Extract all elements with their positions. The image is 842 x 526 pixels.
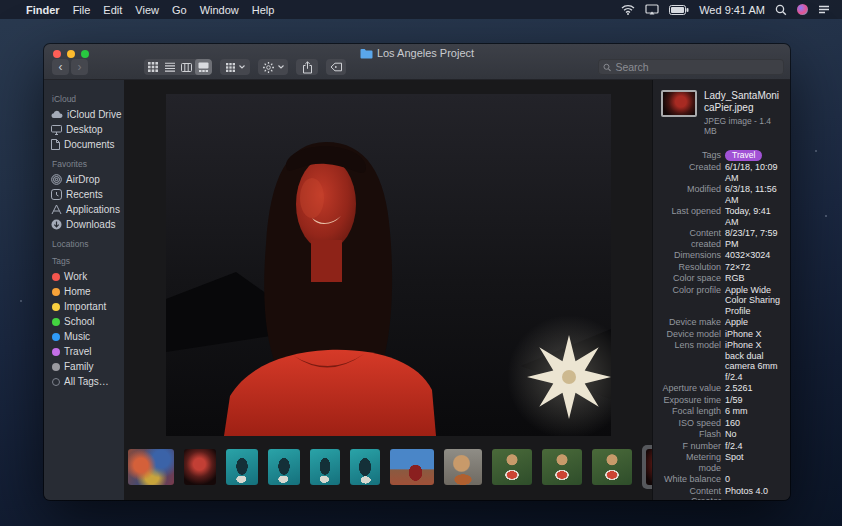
tag-label: All Tags… — [64, 376, 109, 387]
tag-label: Important — [64, 301, 106, 312]
toolbar: ‹ › — [50, 58, 784, 76]
metadata-row: Exposure time1/59 — [661, 395, 782, 406]
metadata-row: Dimensions4032×3024 — [661, 250, 782, 261]
menu-help[interactable]: Help — [252, 4, 275, 16]
metadata-value: Today, 9:41 AM — [725, 206, 782, 227]
desktop-icon — [51, 125, 62, 135]
menu-bar: Finder File Edit View Go Window Help Wed… — [0, 0, 842, 19]
gallery-view-button[interactable] — [195, 59, 212, 75]
metadata-label: Metering mode — [661, 452, 721, 473]
share-button[interactable] — [296, 59, 318, 75]
recents-icon — [51, 189, 62, 200]
thumbnail-2[interactable] — [184, 449, 216, 485]
sidebar-tag-all-tags[interactable]: All Tags… — [51, 374, 124, 389]
metadata-value: No — [725, 429, 782, 440]
thumbnail-8[interactable] — [444, 449, 482, 485]
menu-view[interactable]: View — [135, 4, 159, 16]
metadata-label: Tags — [661, 150, 721, 161]
battery-icon[interactable] — [669, 5, 689, 15]
sidebar-item-label: Documents — [64, 139, 115, 150]
thumbnail-9[interactable] — [492, 449, 532, 485]
forward-button[interactable]: › — [71, 59, 88, 75]
metadata-row: Created6/1/18, 10:09 AM — [661, 162, 782, 183]
list-view-button[interactable] — [161, 59, 178, 75]
metadata-value: RGB — [725, 273, 782, 284]
search-field[interactable] — [598, 59, 784, 75]
metadata-label: F number — [661, 441, 721, 452]
sidebar-tag-important[interactable]: Important — [51, 299, 124, 314]
search-icon — [603, 63, 611, 72]
title-bar[interactable]: Los Angeles Project ‹ › — [44, 44, 790, 80]
metadata-row: FlashNo — [661, 429, 782, 440]
applications-icon — [51, 204, 62, 215]
metadata-row: Device modeliPhone X — [661, 329, 782, 340]
tag-dot-outline — [52, 378, 60, 386]
preview-pane: Lady_SantaMonicaPier.jpeg JPEG image - 1… — [652, 80, 790, 500]
metadata-row: F numberf/2.4 — [661, 441, 782, 452]
metadata-value: 2.5261 — [725, 383, 782, 394]
menu-finder[interactable]: Finder — [26, 4, 60, 16]
metadata-label: White balance — [661, 474, 721, 485]
metadata-row: White balance0 — [661, 474, 782, 485]
menubar-clock[interactable]: Wed 9:41 AM — [699, 4, 765, 16]
menu-edit[interactable]: Edit — [103, 4, 122, 16]
siri-icon[interactable] — [797, 4, 808, 15]
sidebar-section-favorites: Favorites — [52, 159, 124, 169]
sidebar-tag-work[interactable]: Work — [51, 269, 124, 284]
screen-mirroring-icon[interactable] — [645, 4, 659, 15]
thumbnail-11[interactable] — [592, 449, 632, 485]
view-switcher — [144, 59, 212, 75]
sidebar-item-recents[interactable]: Recents — [51, 187, 124, 202]
column-view-button[interactable] — [178, 59, 195, 75]
tag-badge-travel[interactable]: Travel — [725, 150, 762, 161]
sidebar-item-downloads[interactable]: Downloads — [51, 217, 124, 232]
menu-window[interactable]: Window — [200, 4, 239, 16]
back-button[interactable]: ‹ — [52, 59, 69, 75]
metadata-value: 0 — [725, 474, 782, 485]
chevron-down-icon — [239, 65, 245, 69]
thumbnail-7[interactable] — [390, 449, 434, 485]
wifi-icon[interactable] — [621, 4, 635, 15]
metadata-label: Flash — [661, 429, 721, 440]
thumbnail-5[interactable] — [310, 449, 340, 485]
thumbnail-6[interactable] — [350, 449, 380, 485]
action-menu-button[interactable] — [258, 59, 288, 75]
group-by-button[interactable] — [220, 59, 250, 75]
menu-go[interactable]: Go — [172, 4, 187, 16]
sidebar-tag-music[interactable]: Music — [51, 329, 124, 344]
search-input[interactable] — [615, 61, 779, 73]
thumbnail-10[interactable] — [542, 449, 582, 485]
sidebar-section-icloud: iCloud — [52, 94, 124, 104]
sidebar-item-documents[interactable]: Documents — [51, 137, 124, 152]
spotlight-icon[interactable] — [775, 4, 787, 16]
metadata-label: Created — [661, 162, 721, 183]
sidebar-item-applications[interactable]: Applications — [51, 202, 124, 217]
sidebar-item-airdrop[interactable]: AirDrop — [51, 172, 124, 187]
metadata-list: Tags Travel Created6/1/18, 10:09 AM Modi… — [661, 150, 782, 500]
tag-label: Family — [64, 361, 93, 372]
thumbnail-3[interactable] — [226, 449, 258, 485]
sidebar-item-label: AirDrop — [66, 174, 100, 185]
metadata-label: Device model — [661, 329, 721, 340]
menu-file[interactable]: File — [73, 4, 91, 16]
tag-dot-yellow — [52, 303, 60, 311]
sidebar-item-icloud-drive[interactable]: iCloud Drive — [51, 107, 124, 122]
sidebar-item-desktop[interactable]: Desktop — [51, 122, 124, 137]
finder-window: Los Angeles Project ‹ › — [44, 44, 790, 500]
sidebar-tag-family[interactable]: Family — [51, 359, 124, 374]
notification-center-icon[interactable] — [818, 5, 830, 15]
metadata-label: Exposure time — [661, 395, 721, 406]
metadata-row: Lens modeliPhone X back dual camera 6mm … — [661, 340, 782, 382]
tag-button[interactable] — [326, 59, 346, 75]
chevron-down-icon — [278, 65, 284, 69]
thumbnail-4[interactable] — [268, 449, 300, 485]
icon-view-button[interactable] — [144, 59, 161, 75]
thumbnail-1[interactable] — [128, 449, 174, 485]
downloads-icon — [51, 219, 62, 230]
selected-photo-preview[interactable] — [166, 94, 611, 436]
sidebar-tag-school[interactable]: School — [51, 314, 124, 329]
sidebar-tag-travel[interactable]: Travel — [51, 344, 124, 359]
sidebar-item-label: iCloud Drive — [67, 109, 121, 120]
sidebar-tag-home[interactable]: Home — [51, 284, 124, 299]
metadata-value: f/2.4 — [725, 441, 782, 452]
